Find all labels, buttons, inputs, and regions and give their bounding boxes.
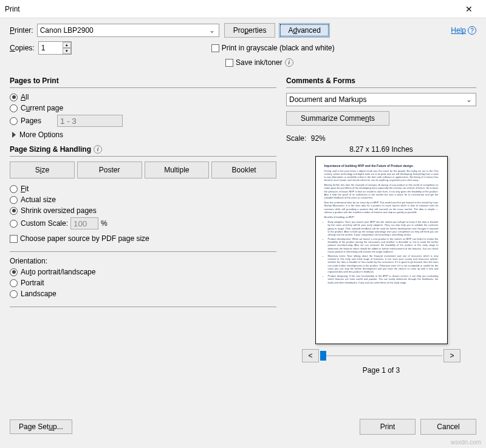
radio-auto[interactable]	[10, 268, 18, 276]
printer-value: Canon LBP2900	[40, 26, 94, 35]
custom-scale-input[interactable]	[70, 217, 98, 229]
more-options-label: More Options	[19, 131, 63, 139]
summarize-button[interactable]: Summarize Comments	[286, 111, 389, 126]
page-indicator: Page 1 of 3	[286, 366, 476, 375]
cancel-button[interactable]: Cancel	[420, 419, 476, 435]
radio-current[interactable]	[10, 104, 18, 112]
sizing-heading: Page Sizing & Handling	[10, 145, 91, 154]
copies-down[interactable]: ▼	[63, 48, 71, 54]
help-link[interactable]: Help ?	[451, 26, 476, 35]
grayscale-checkbox[interactable]	[211, 44, 219, 52]
print-button[interactable]: Print	[360, 419, 416, 435]
orientation-heading: Orientation:	[10, 257, 276, 265]
radio-actual[interactable]	[10, 196, 18, 204]
page-setup-button[interactable]: Page Setup...	[10, 419, 72, 434]
prev-page-button[interactable]: <	[302, 349, 319, 362]
copies-label: Copies:	[10, 44, 35, 52]
close-button[interactable]: ✕	[457, 1, 481, 18]
preview-dimensions: 8.27 x 11.69 Inches	[286, 145, 476, 154]
printer-select[interactable]: Canon LBP2900 ⌄	[37, 24, 219, 37]
comments-select[interactable]: Document and Markups ⌄	[286, 93, 476, 106]
radio-custom[interactable]	[10, 220, 18, 228]
pages-input[interactable]	[57, 115, 123, 127]
copies-value: 1	[41, 44, 46, 52]
close-icon: ✕	[465, 5, 473, 13]
slider-thumb[interactable]	[320, 351, 326, 361]
window-title: Print	[5, 5, 20, 13]
grayscale-label: Print in grayscale (black and white)	[222, 44, 335, 52]
comments-heading: Comments & Forms	[286, 76, 476, 85]
tab-size[interactable]: Size	[10, 161, 75, 178]
tab-poster[interactable]: Poster	[77, 161, 142, 178]
copies-up[interactable]: ▲	[63, 42, 71, 48]
titlebar: Print ✕	[0, 0, 486, 18]
scale-value: 92%	[311, 134, 326, 143]
comments-value: Document and Markups	[289, 95, 366, 104]
chevron-down-icon: ⌄	[208, 26, 216, 35]
custom-scale-label: Custom Scale:	[21, 219, 68, 228]
info-icon[interactable]: i	[285, 58, 293, 67]
radio-landscape[interactable]	[10, 290, 18, 298]
pages-label: Pages	[21, 117, 41, 125]
next-page-button[interactable]: >	[443, 349, 460, 362]
radio-fit[interactable]	[10, 185, 18, 193]
tab-multiple[interactable]: Multiple	[145, 161, 210, 178]
tab-booklet[interactable]: Booklet	[211, 161, 276, 178]
page-slider[interactable]	[320, 349, 442, 362]
help-label: Help	[451, 26, 466, 35]
percent-label: %	[101, 219, 108, 228]
paper-source-checkbox[interactable]	[10, 235, 18, 243]
scale-label: Scale:	[286, 134, 306, 143]
advanced-button[interactable]: Advanced	[279, 23, 329, 38]
pages-heading: Pages to Print	[10, 76, 276, 85]
watermark: wsxdn.com	[451, 439, 481, 446]
radio-portrait[interactable]	[10, 279, 18, 287]
info-icon-sizing[interactable]: i	[94, 145, 102, 154]
more-options[interactable]: More Options	[12, 131, 276, 139]
properties-button[interactable]: Properties	[224, 23, 276, 38]
saveink-checkbox[interactable]	[225, 59, 233, 67]
saveink-label: Save ink/toner	[236, 58, 282, 67]
chevron-down-icon: ⌄	[465, 95, 473, 104]
triangle-right-icon	[12, 132, 16, 138]
printer-label: Printer:	[10, 26, 33, 35]
radio-pages[interactable]	[10, 117, 18, 125]
radio-all[interactable]	[10, 93, 18, 101]
paper-source-label: Choose paper source by PDF page size	[20, 234, 149, 243]
help-icon: ?	[468, 26, 476, 35]
copies-input[interactable]: 1 ▲ ▼	[38, 41, 72, 55]
radio-shrink[interactable]	[10, 207, 18, 215]
page-preview: Importance of building MVP and the Futur…	[315, 156, 448, 344]
